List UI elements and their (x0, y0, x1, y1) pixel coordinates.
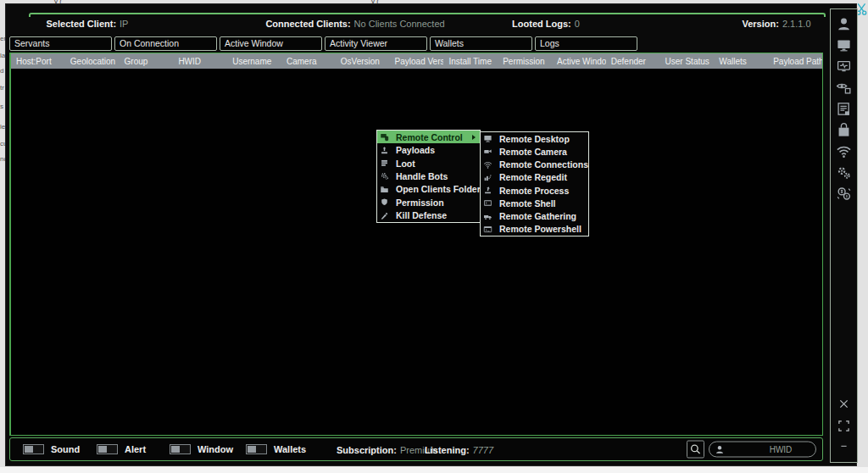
column-wallets[interactable]: Wallets (714, 57, 768, 66)
column-camera[interactable]: Camera (281, 57, 336, 66)
column-group[interactable]: Group (120, 57, 174, 66)
folder-icon (380, 185, 389, 194)
search-button[interactable] (687, 441, 704, 459)
sidebar-coins-icon[interactable] (836, 186, 852, 202)
menu-item-label: Remote Control (396, 132, 463, 142)
subscription-status: Subscription:Premium (337, 442, 437, 457)
menu-item-label: Remote Connections (499, 159, 588, 170)
version-status: Version:2.1.1.0 (742, 19, 810, 29)
connected-clients-label: Connected Clients: (265, 19, 350, 29)
menu-item-remote-control[interactable]: Remote Control (377, 131, 480, 143)
submenu-item-remote-process[interactable]: Remote Process (481, 184, 588, 197)
clients-table: Host:Port Geolocation Group HWID Usernam… (9, 53, 823, 436)
user-icon (715, 444, 725, 454)
column-username[interactable]: Username (227, 57, 281, 66)
menu-item-label: Handle Bots (396, 171, 448, 181)
menu-item-kill-defense[interactable]: Kill Defense (377, 209, 480, 222)
menu-item-permission[interactable]: Permission (377, 196, 480, 209)
submenu-item-remote-powershell[interactable]: Remote Powershell (481, 223, 588, 236)
status-bar-border (29, 13, 826, 17)
wifi-icon (483, 160, 492, 170)
tab-servants[interactable]: Servants (9, 36, 112, 51)
column-osversion[interactable]: OsVersion (336, 57, 390, 66)
close-icon[interactable] (837, 398, 850, 410)
regedit-icon (483, 173, 492, 182)
menu-item-label: Permission (396, 198, 444, 208)
sidebar-wifi-icon[interactable] (836, 143, 852, 159)
menu-item-open-clients-folder[interactable]: Open Clients Folder (377, 183, 480, 196)
column-active-window[interactable]: Active Window (552, 57, 606, 66)
submenu-item-remote-connections[interactable]: Remote Connections (481, 159, 588, 171)
menu-item-loot[interactable]: Loot (377, 157, 480, 170)
maximize-icon[interactable] (837, 420, 850, 432)
looted-logs-label: Looted Logs: (512, 19, 571, 29)
version-label: Version: (742, 19, 778, 29)
tab-on-connection[interactable]: On Connection (114, 36, 217, 51)
looted-logs-status: Looted Logs:0 (512, 19, 580, 29)
submenu-item-remote-gathering[interactable]: Remote Gathering (481, 210, 588, 223)
menu-item-payloads[interactable]: Payloads (377, 143, 480, 156)
menu-item-label: Payloads (396, 145, 435, 155)
menu-item-label: Remote Desktop (499, 134, 570, 144)
window-checkbox[interactable] (170, 444, 191, 454)
tab-activity-viewer[interactable]: Activity Viewer (325, 36, 427, 51)
column-permission[interactable]: Permission (498, 57, 552, 66)
knife-icon (380, 211, 389, 220)
column-payload-path[interactable]: Payload Path (768, 57, 822, 66)
sidebar-activity-monitor-icon[interactable] (836, 58, 852, 75)
tab-active-window[interactable]: Active Window (220, 36, 322, 51)
clients-table-body[interactable] (11, 69, 822, 435)
app-window: Selected Client:IP Connected Clients:No … (5, 3, 857, 466)
menu-item-label: Remote Process (499, 186, 569, 196)
submenu-item-remote-shell[interactable]: Remote Shell (481, 197, 588, 209)
column-host-port[interactable]: Host:Port (11, 57, 65, 66)
remote-control-submenu: Remote Desktop Remote Camera Remote Conn… (480, 131, 589, 236)
column-user-status[interactable]: User Status (660, 57, 715, 66)
submenu-item-remote-regedit[interactable]: Remote Regedit (481, 171, 588, 184)
submenu-arrow-icon (472, 135, 476, 140)
selected-client-status: Selected Client:IP (47, 19, 129, 29)
menu-item-label: Kill Defense (396, 210, 447, 220)
gear-icon (380, 171, 389, 181)
connected-clients-value: No Clients Connected (354, 19, 445, 29)
sound-checkbox-group: Sound (23, 444, 80, 454)
powershell-icon (483, 225, 492, 234)
alert-checkbox[interactable] (97, 444, 118, 454)
shield-icon (380, 198, 389, 207)
submenu-item-remote-desktop[interactable]: Remote Desktop (481, 132, 588, 145)
sidebar (830, 8, 858, 463)
column-install-time[interactable]: Install Time (443, 57, 498, 66)
tab-logs[interactable]: Logs (535, 36, 637, 51)
wallets-checkbox[interactable] (246, 444, 267, 454)
background-text-fragment: d (0, 68, 3, 75)
desktop-background-strip (0, 467, 868, 473)
menu-item-label: Remote Shell (499, 198, 556, 209)
submenu-item-remote-camera[interactable]: Remote Camera (481, 145, 588, 158)
selected-client-value: IP (120, 19, 128, 29)
column-defender[interactable]: Defender (606, 57, 660, 66)
sound-checkbox[interactable] (23, 444, 44, 454)
window-checkbox-group: Window (170, 444, 233, 454)
sidebar-user-icon[interactable] (836, 16, 852, 32)
tab-wallets[interactable]: Wallets (430, 36, 532, 51)
alert-checkbox-group: Alert (97, 444, 146, 454)
menu-item-handle-bots[interactable]: Handle Bots (377, 170, 480, 182)
window-checkbox-label: Window (198, 444, 233, 454)
sidebar-monitor-icon[interactable] (836, 37, 852, 53)
sidebar-notes-icon[interactable] (836, 101, 852, 117)
column-geolocation[interactable]: Geolocation (65, 57, 120, 66)
sidebar-gears-icon[interactable] (836, 164, 852, 181)
menu-item-label: Remote Regedit (499, 172, 567, 182)
listening-port-value: 7777 (473, 445, 493, 455)
gathering-icon (483, 212, 492, 221)
loot-icon (380, 159, 389, 168)
column-hwid[interactable]: HWID (173, 57, 227, 66)
sidebar-bag-icon[interactable] (836, 122, 852, 138)
sidebar-surveillance-icon[interactable] (836, 80, 852, 96)
minimize-icon[interactable] (837, 442, 850, 450)
column-payload-version[interactable]: Payload Version (390, 57, 444, 66)
looted-logs-value: 0 (575, 19, 580, 29)
menu-item-label: Loot (396, 159, 415, 169)
menu-item-label: Remote Camera (499, 147, 567, 157)
bottom-bar: Sound Alert Window Wallets Subscription:… (9, 437, 823, 461)
